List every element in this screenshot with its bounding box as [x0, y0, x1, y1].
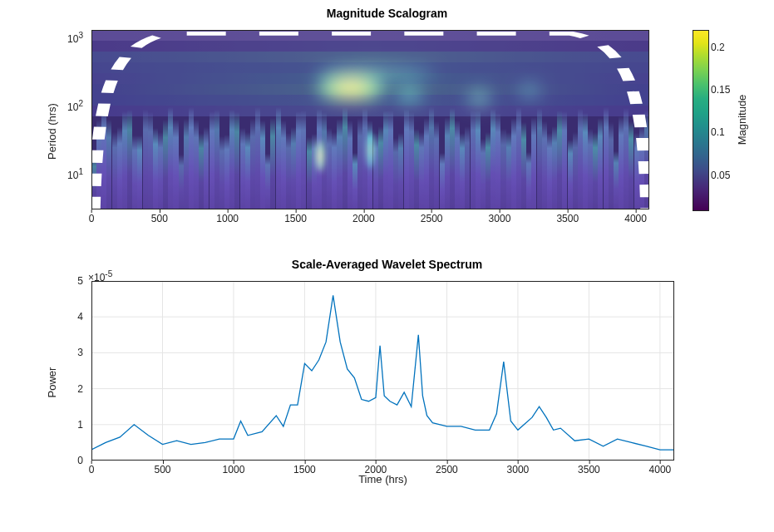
- colorbar-tick: 0.2: [711, 42, 725, 53]
- x-tick: 4000: [624, 213, 647, 224]
- colorbar-tick: 0.1: [711, 126, 725, 138]
- x-tick: 2000: [365, 464, 387, 475]
- x-tick: 3500: [556, 213, 579, 224]
- x-tick: 3500: [578, 464, 600, 475]
- colorbar: Magnitude 0.050.10.150.2: [693, 30, 707, 209]
- y-tick: 0: [77, 455, 83, 466]
- colorbar-tick: 0.15: [711, 84, 730, 96]
- y-tick: 101: [67, 167, 83, 181]
- x-tick: 3000: [489, 213, 511, 224]
- colorbar-label: Magnitude: [737, 95, 749, 145]
- x-tick: 500: [154, 464, 170, 475]
- x-tick: 2000: [352, 213, 375, 224]
- cone-of-influence: [91, 30, 649, 209]
- y-tick: 103: [67, 31, 83, 45]
- scalogram-title: Magnitude Scalogram: [33, 7, 741, 20]
- x-tick: 500: [151, 213, 168, 224]
- x-tick: 2500: [436, 464, 458, 475]
- y-tick: 102: [67, 99, 83, 113]
- x-tick: 1000: [216, 213, 239, 224]
- spectrum-title: Scale-Averaged Wavelet Spectrum: [33, 258, 741, 271]
- x-tick: 1500: [284, 213, 307, 224]
- x-tick: 0: [89, 464, 95, 475]
- scalogram-panel: Magnitude Scalogram Period (hrs): [33, 23, 741, 239]
- spectrum-plot-area: ×10-5 Time (hrs) 05001000150020002500300…: [91, 281, 674, 461]
- colorbar-tick: 0.05: [711, 170, 730, 181]
- scalogram-plot-area: 0500100015002000250030003500400010110210…: [91, 30, 649, 209]
- x-tick: 1000: [223, 464, 245, 475]
- y-tick: 4: [77, 311, 83, 323]
- y-tick: 5: [77, 275, 83, 287]
- spectrum-panel: Scale-Averaged Wavelet Spectrum Power ×1…: [33, 274, 741, 490]
- y-tick: 3: [77, 347, 83, 358]
- x-tick: 4000: [649, 464, 672, 475]
- x-tick: 0: [89, 213, 95, 224]
- y-tick: 1: [77, 419, 83, 431]
- y-tick: 2: [77, 383, 83, 395]
- spectrum-ylabel: Power: [46, 367, 58, 398]
- x-tick: 1500: [293, 464, 316, 475]
- x-tick: 2500: [421, 213, 443, 224]
- x-tick: 3000: [507, 464, 530, 475]
- scalogram-ylabel: Period (hrs): [46, 103, 58, 160]
